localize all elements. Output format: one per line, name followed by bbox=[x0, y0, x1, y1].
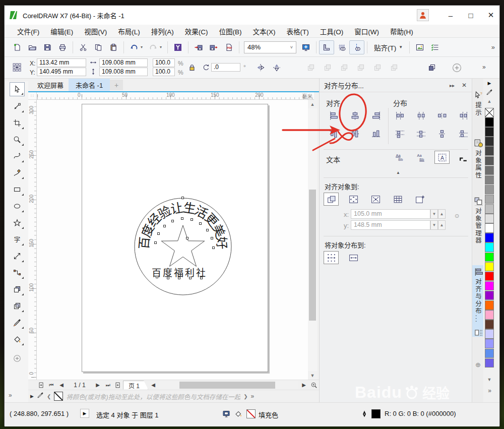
tab-object-properties[interactable]: 对象属性 bbox=[472, 137, 484, 180]
x-position-field[interactable]: 113.42 mm bbox=[37, 58, 86, 67]
align-bottom-icon[interactable] bbox=[368, 127, 384, 140]
vertical-scrollbar[interactable]: ▲ ▼ bbox=[308, 100, 317, 380]
swatch-10-black[interactable] bbox=[485, 204, 494, 214]
add-page-icon[interactable] bbox=[36, 381, 46, 390]
export-icon[interactable] bbox=[206, 40, 221, 54]
ruler-origin-button[interactable]: ⸬ bbox=[28, 92, 37, 100]
align-y-field[interactable]: 148.5 mm bbox=[351, 220, 430, 230]
copy-icon[interactable] bbox=[91, 40, 106, 54]
docker-collapse-icon[interactable]: ▲ bbox=[396, 170, 400, 175]
swatch-red[interactable] bbox=[485, 272, 494, 281]
paste-icon[interactable] bbox=[106, 40, 121, 54]
swatch-lavender[interactable] bbox=[485, 339, 494, 348]
back-minus-front-icon[interactable] bbox=[428, 64, 437, 73]
menu-item-位图B[interactable]: 位图(B) bbox=[214, 24, 247, 38]
distribute-top-icon[interactable] bbox=[393, 127, 406, 140]
shape-tool[interactable] bbox=[10, 99, 25, 113]
menu-item-工具O[interactable]: 工具(O) bbox=[314, 24, 349, 38]
horizontal-scrollbar-thumb[interactable] bbox=[179, 382, 275, 389]
swatch-pale-lavender[interactable] bbox=[485, 329, 494, 339]
outline-color-swatch[interactable] bbox=[371, 409, 381, 418]
mirror-vertical-icon[interactable] bbox=[273, 64, 282, 73]
bounding-box-icon[interactable]: A bbox=[434, 151, 450, 164]
zoom-tool[interactable] bbox=[10, 133, 25, 147]
text-tool[interactable]: 字 bbox=[10, 232, 25, 247]
task-list-icon[interactable] bbox=[427, 40, 443, 54]
toolbar-overflow-button[interactable]: » bbox=[491, 43, 494, 51]
swatch-no-fill[interactable] bbox=[485, 108, 494, 117]
swatch-yellow[interactable] bbox=[485, 262, 494, 272]
stamp-star[interactable] bbox=[161, 225, 205, 266]
scale-v-field[interactable]: 100.0 bbox=[153, 68, 175, 76]
vertical-ruler[interactable]: 300250200150100500 bbox=[28, 100, 37, 380]
maximize-button[interactable]: □ bbox=[465, 10, 476, 21]
swatch-black[interactable] bbox=[485, 117, 494, 127]
menu-item-编辑E[interactable]: 编辑(E) bbox=[45, 24, 79, 38]
menu-item-文本X[interactable]: 文本(X) bbox=[247, 24, 281, 38]
palette-eyedropper-icon[interactable] bbox=[483, 89, 495, 98]
add-docker-button[interactable]: ⊕ bbox=[472, 361, 484, 369]
new-document-tab-button[interactable]: + bbox=[110, 80, 123, 90]
object-width-field[interactable]: 109.008 mm bbox=[99, 58, 148, 67]
menu-item-效果C[interactable]: 效果(C) bbox=[179, 24, 214, 38]
swatch-white[interactable] bbox=[485, 223, 494, 233]
add-page-icon-2[interactable] bbox=[113, 381, 123, 390]
minimize-button[interactable]: – bbox=[445, 10, 456, 21]
next-page-button[interactable]: ▶ bbox=[93, 381, 103, 390]
no-color-swatch[interactable] bbox=[54, 392, 63, 401]
swatch-90-black[interactable] bbox=[485, 127, 494, 137]
scroll-up-button[interactable]: ▲ bbox=[308, 100, 317, 108]
align-top-icon[interactable] bbox=[326, 127, 341, 140]
grid-icon[interactable] bbox=[390, 193, 405, 206]
x-spin-up[interactable]: ▲ bbox=[438, 209, 446, 219]
swatch-magenta[interactable] bbox=[485, 281, 494, 291]
align-center-h-icon[interactable] bbox=[347, 109, 362, 122]
palette-expand[interactable]: » bbox=[483, 387, 495, 394]
first-page-button[interactable]: ⏮ bbox=[46, 381, 56, 390]
dimension-tool[interactable] bbox=[10, 249, 25, 263]
menu-item-排列A[interactable]: 排列(A) bbox=[146, 24, 179, 38]
polygon-tool[interactable] bbox=[10, 216, 25, 230]
palette-flyout-icon[interactable]: ▶ bbox=[483, 81, 495, 86]
add-property-icon[interactable] bbox=[452, 63, 461, 72]
swatch-50-black[interactable] bbox=[485, 166, 494, 175]
tab-document[interactable]: 未命名 -1 bbox=[69, 79, 110, 91]
prev-page-button[interactable]: ◀ bbox=[56, 381, 67, 390]
swatch-cornflower-blue[interactable] bbox=[485, 349, 494, 358]
rectangle-tool[interactable] bbox=[10, 182, 25, 197]
cut-icon[interactable] bbox=[76, 40, 91, 54]
swatch-green[interactable] bbox=[485, 253, 494, 262]
pick-tool[interactable] bbox=[10, 82, 25, 96]
swatch-pink[interactable] bbox=[485, 310, 494, 320]
canvas-viewport[interactable]: 百度经验让生活更美好 百度福利社 bbox=[37, 100, 308, 380]
crop-tool[interactable] bbox=[10, 116, 25, 130]
palette-overflow[interactable]: » bbox=[251, 393, 254, 400]
tab-object-manager[interactable]: 对象管理器 bbox=[472, 195, 484, 245]
x-spin-down[interactable]: ▼ bbox=[430, 209, 438, 219]
swatch-brown[interactable] bbox=[485, 320, 494, 329]
swatch-cyan[interactable] bbox=[485, 242, 494, 252]
menu-item-窗口W[interactable]: 窗口(W) bbox=[349, 24, 385, 38]
docker-close-icon[interactable]: ✕ bbox=[462, 82, 467, 89]
align-right-icon[interactable] bbox=[368, 109, 384, 122]
scroll-down-button[interactable]: ▼ bbox=[308, 371, 317, 380]
y-spin-up[interactable]: ▲ bbox=[438, 220, 446, 230]
palette-flyout-icon[interactable]: ▶ bbox=[30, 394, 34, 399]
menu-item-视图V[interactable]: 视图(V) bbox=[79, 24, 112, 38]
page-1-tab[interactable]: 页 1 bbox=[123, 381, 148, 390]
connector-tool[interactable] bbox=[10, 266, 25, 280]
coordinates-play-icon[interactable]: ▶ bbox=[80, 409, 89, 418]
rotation-field[interactable]: .0 bbox=[211, 63, 240, 72]
palette-scroll-left[interactable]: ❮ bbox=[47, 394, 51, 399]
tab-hints[interactable]: ?提示 bbox=[472, 89, 484, 118]
vertical-scrollbar-thumb[interactable] bbox=[309, 190, 316, 321]
user-account-icon[interactable] bbox=[417, 9, 429, 21]
swatch-blue[interactable] bbox=[485, 233, 494, 242]
horizontal-scrollbar[interactable] bbox=[159, 381, 298, 389]
align-left-icon[interactable] bbox=[326, 109, 341, 122]
ellipse-tool[interactable] bbox=[10, 199, 25, 213]
propbar-overflow[interactable]: » bbox=[482, 64, 486, 71]
options-image-icon[interactable] bbox=[412, 40, 427, 54]
toolbox-overflow-button[interactable]: » bbox=[9, 392, 12, 399]
text-specified-point-icon[interactable] bbox=[456, 151, 471, 164]
